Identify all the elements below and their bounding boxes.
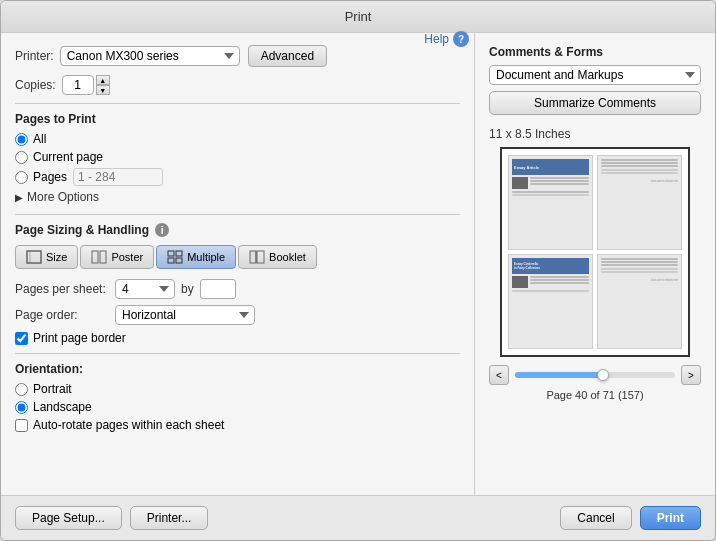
- help-link[interactable]: Help: [424, 32, 449, 46]
- more-options-label: More Options: [27, 190, 99, 204]
- page-sizing-section: Page Sizing & Handling i Size Poster Mul…: [15, 223, 460, 345]
- radio-all[interactable]: [15, 133, 28, 146]
- page-order-label: Page order:: [15, 308, 115, 322]
- copies-up-button[interactable]: ▲: [96, 75, 110, 85]
- auto-rotate-checkbox[interactable]: [15, 419, 28, 432]
- preview-page-4: documentname: [597, 254, 682, 349]
- orientation-section: Orientation: Portrait Landscape Auto-rot…: [15, 362, 460, 432]
- radio-all-row: All: [15, 132, 460, 146]
- more-options-triangle: ▶: [15, 192, 23, 203]
- radio-portrait[interactable]: [15, 383, 28, 396]
- window-title: Print: [345, 9, 372, 24]
- print-border-checkbox[interactable]: [15, 332, 28, 345]
- svg-rect-2: [92, 251, 98, 263]
- multiple-tab-icon: [167, 250, 183, 264]
- radio-landscape[interactable]: [15, 401, 28, 414]
- radio-current-row: Current page: [15, 150, 460, 164]
- auto-rotate-label: Auto-rotate pages within each sheet: [33, 418, 224, 432]
- svg-rect-5: [176, 251, 182, 256]
- radio-current[interactable]: [15, 151, 28, 164]
- tab-booklet[interactable]: Booklet: [238, 245, 317, 269]
- svg-rect-0: [27, 251, 41, 263]
- copies-down-button[interactable]: ▼: [96, 85, 110, 95]
- progress-fill: [515, 372, 603, 378]
- pages-range-input[interactable]: [73, 168, 163, 186]
- summarize-comments-button[interactable]: Summarize Comments: [489, 91, 701, 115]
- orientation-title: Orientation:: [15, 362, 460, 376]
- landscape-row: Landscape: [15, 400, 460, 414]
- booklet-tab-icon: [249, 250, 265, 264]
- page-setup-button[interactable]: Page Setup...: [15, 506, 122, 530]
- svg-rect-4: [168, 251, 174, 256]
- preview-area: 11 x 8.5 Inches Essay Article: [489, 127, 701, 483]
- auto-rotate-row: Auto-rotate pages within each sheet: [15, 418, 460, 432]
- radio-all-label: All: [33, 132, 46, 146]
- page-order-row: Page order: Horizontal Vertical Horizont…: [15, 305, 460, 325]
- footer-left: Page Setup... Printer...: [15, 506, 208, 530]
- print-dialog: Print Help ? Printer: Canon MX300 series…: [0, 0, 716, 541]
- copies-stepper: ▲ ▼: [96, 75, 110, 95]
- landscape-label: Landscape: [33, 400, 92, 414]
- progress-bar[interactable]: [515, 372, 675, 378]
- svg-rect-9: [257, 251, 264, 263]
- info-icon[interactable]: i: [155, 223, 169, 237]
- copies-label: Copies:: [15, 78, 56, 92]
- radio-pages[interactable]: [15, 171, 28, 184]
- preview-page-1: Essay Article: [508, 155, 593, 250]
- preview-page-3: Essay Cinderellain Fairy Collection: [508, 254, 593, 349]
- printer-button[interactable]: Printer...: [130, 506, 209, 530]
- print-border-row: Print page border: [15, 331, 460, 345]
- copies-row: Copies: ▲ ▼: [15, 75, 460, 95]
- poster-tab-icon: [91, 250, 107, 264]
- radio-current-label: Current page: [33, 150, 103, 164]
- pages-per-sheet-select[interactable]: 4 1 2 6 9 16: [115, 279, 175, 299]
- portrait-label: Portrait: [33, 382, 72, 396]
- svg-rect-3: [100, 251, 106, 263]
- left-panel: Printer: Canon MX300 series Advanced Cop…: [1, 33, 475, 495]
- cancel-button[interactable]: Cancel: [560, 506, 631, 530]
- by-label: by: [181, 282, 194, 296]
- pages-per-sheet-row: Pages per sheet: 4 1 2 6 9 16 by: [15, 279, 460, 299]
- printer-select[interactable]: Canon MX300 series: [60, 46, 240, 66]
- tab-poster[interactable]: Poster: [80, 245, 154, 269]
- page-nav: < >: [489, 365, 701, 385]
- progress-thumb: [597, 369, 609, 381]
- footer-right: Cancel Print: [560, 506, 701, 530]
- pages-to-print-title: Pages to Print: [15, 112, 460, 126]
- next-page-button[interactable]: >: [681, 365, 701, 385]
- svg-rect-8: [250, 251, 256, 263]
- radio-pages-row: Pages: [15, 168, 460, 186]
- comments-forms-select[interactable]: Document and Markups Document Form Field…: [489, 65, 701, 85]
- prev-page-button[interactable]: <: [489, 365, 509, 385]
- tab-multiple[interactable]: Multiple: [156, 245, 236, 269]
- size-tab-icon: [26, 250, 42, 264]
- preview-page-2: documentname: [597, 155, 682, 250]
- preview-box: Essay Article: [500, 147, 690, 357]
- more-options-row[interactable]: ▶ More Options: [15, 190, 460, 204]
- svg-rect-6: [168, 258, 174, 263]
- footer: Page Setup... Printer... Cancel Print: [1, 495, 715, 540]
- page-sizing-title: Page Sizing & Handling i: [15, 223, 460, 237]
- page-order-select[interactable]: Horizontal Vertical Horizontal Reversed …: [115, 305, 255, 325]
- print-button[interactable]: Print: [640, 506, 701, 530]
- radio-pages-label: Pages: [33, 170, 67, 184]
- print-border-label: Print page border: [33, 331, 126, 345]
- help-icon[interactable]: ?: [453, 31, 469, 47]
- tab-row: Size Poster Multiple Booklet: [15, 245, 460, 269]
- printer-row: Printer: Canon MX300 series Advanced: [15, 45, 460, 67]
- right-panel: Comments & Forms Document and Markups Do…: [475, 33, 715, 495]
- page-info: Page 40 of 71 (157): [546, 389, 643, 401]
- comments-forms-title: Comments & Forms: [489, 45, 701, 59]
- title-bar: Print Help ?: [1, 1, 715, 33]
- pages-per-sheet-label: Pages per sheet:: [15, 282, 115, 296]
- main-content: Printer: Canon MX300 series Advanced Cop…: [1, 33, 715, 495]
- pages-by-input[interactable]: [200, 279, 236, 299]
- copies-input[interactable]: [62, 75, 94, 95]
- comments-forms-section: Comments & Forms Document and Markups Do…: [489, 45, 701, 115]
- preview-size-label: 11 x 8.5 Inches: [489, 127, 570, 141]
- tab-size[interactable]: Size: [15, 245, 78, 269]
- advanced-button[interactable]: Advanced: [248, 45, 327, 67]
- svg-rect-7: [176, 258, 182, 263]
- pages-to-print-section: Pages to Print All Current page Pages ▶ …: [15, 112, 460, 204]
- portrait-row: Portrait: [15, 382, 460, 396]
